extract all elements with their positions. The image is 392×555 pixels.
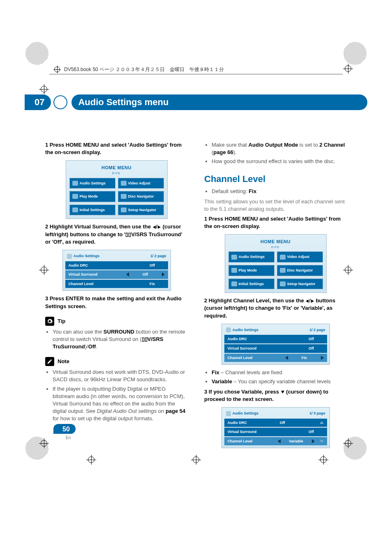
menu-sub: DVD <box>228 245 323 249</box>
bullet-audio-output: Make sure that Audio Output Mode is set … <box>212 141 347 156</box>
menu-play-mode[interactable]: Play Mode <box>228 265 274 276</box>
menu-audio-settings[interactable]: Audio Settings <box>69 178 115 189</box>
menu-video-adjust[interactable]: Video Adjust <box>277 251 323 263</box>
arrow-right-icon[interactable] <box>321 356 324 360</box>
menu-sub: DVD <box>69 171 164 175</box>
arrow-left-icon <box>306 299 309 303</box>
default-setting: Default setting: Fix <box>212 188 347 195</box>
menu-title: HOME MENU <box>261 239 291 244</box>
page-number: 50 <box>53 424 76 434</box>
row-audio-drc[interactable]: Audio DRCOff <box>65 261 168 270</box>
play-icon <box>72 194 78 199</box>
gear-icon <box>231 281 237 286</box>
row-audio-drc[interactable]: Audio DRCOff <box>224 335 327 343</box>
arrow-up-icon[interactable] <box>320 421 324 424</box>
audio-settings-panel-2: Audio Settings 1/ 2 page Audio DRCOff Vi… <box>221 324 330 365</box>
arrow-left-icon[interactable] <box>285 356 288 360</box>
speaker-icon <box>226 327 231 332</box>
pencil-icon <box>45 357 54 366</box>
video-icon <box>280 255 286 260</box>
row-channel-level[interactable]: Channel LevelFix <box>224 354 327 362</box>
top-rule <box>49 74 343 74</box>
right-step1: 1 Press HOME MENU and select 'Audio Sett… <box>204 215 347 230</box>
speaker-icon <box>226 411 231 416</box>
speaker-icon <box>231 255 237 260</box>
header-circle <box>53 95 67 109</box>
section-channel-level: Channel Level <box>204 173 347 186</box>
arrow-left-icon[interactable] <box>278 439 281 443</box>
home-menu-1: HOME MENU DVD Audio Settings Video Adjus… <box>66 160 168 219</box>
page-indicator: 1/ 2 page <box>150 253 166 259</box>
row-virtual-surround[interactable]: Virtual SurroundOff <box>224 428 327 436</box>
menu-title: HOME MENU <box>101 165 131 170</box>
left-column: 1 Press HOME MENU and select 'Audio Sett… <box>45 139 188 452</box>
row-virtual-surround[interactable]: Virtual SurroundOff <box>65 270 168 279</box>
menu-setup-navigator[interactable]: Setup Navigator <box>118 205 164 216</box>
arrow-left-icon[interactable] <box>126 272 129 276</box>
page-language: En <box>66 435 71 440</box>
row-channel-level[interactable]: Channel LevelFix <box>65 280 168 288</box>
audio-settings-panel-3: Audio Settings 1/ 3 page Audio DRCOff Vi… <box>221 407 330 448</box>
file-metadata: DV563.book 50 ページ ２００３年４月２５日 金曜日 午後８時１１分 <box>53 66 224 73</box>
gear-icon <box>72 207 78 212</box>
speaker-icon <box>67 254 72 259</box>
tip-heading: Tip <box>45 317 188 326</box>
menu-initial-settings[interactable]: Initial Settings <box>228 279 274 290</box>
menu-setup-navigator[interactable]: Setup Navigator <box>277 279 323 290</box>
arrow-down-icon[interactable] <box>320 440 324 443</box>
note-heading: Note <box>45 357 188 366</box>
page-indicator: 1/ 2 page <box>309 327 325 333</box>
speaker-icon <box>72 181 78 186</box>
chapter-title: Audio Settings menu <box>71 94 367 110</box>
note-label: Note <box>58 358 69 365</box>
note-item-2: If the player is outputting Dolby Digita… <box>53 385 188 423</box>
arrow-right-icon[interactable] <box>162 272 165 276</box>
menu-disc-navigator[interactable]: Disc Navigator <box>277 265 323 276</box>
page-indicator: 1/ 3 page <box>309 411 325 416</box>
menu-video-adjust[interactable]: Video Adjust <box>118 178 164 189</box>
arrow-right-icon <box>158 226 161 229</box>
chapter-header: 07 Audio Settings menu <box>25 94 367 110</box>
channel-level-intro: This setting allows you to set the level… <box>204 198 347 213</box>
menu-play-mode[interactable]: Play Mode <box>69 191 115 202</box>
row-channel-level[interactable]: Channel LevelVariable <box>224 437 327 446</box>
disc-icon <box>280 268 286 273</box>
right-step3: 3 If you chose Variable, press (cursor d… <box>204 388 347 403</box>
wizard-icon <box>121 207 127 212</box>
left-step2: 2 Highlight Virtual Surround, then use t… <box>45 223 188 246</box>
right-step2: 2 Highlight Channel Level, then use the … <box>204 297 347 320</box>
menu-initial-settings[interactable]: Initial Settings <box>69 205 115 216</box>
variable-description: Variable – You can specify variable chan… <box>212 378 347 385</box>
gear-icon <box>45 317 54 326</box>
video-icon <box>121 181 127 186</box>
note-item-1: Virtual Surround does not work with DTS,… <box>53 368 188 383</box>
left-step1: 1 Press HOME MENU and select 'Audio Sett… <box>45 141 188 156</box>
left-step3: 3 Press ENTER to make the setting and ex… <box>45 295 188 310</box>
tip-label: Tip <box>58 318 65 325</box>
menu-disc-navigator[interactable]: Disc Navigator <box>118 191 164 202</box>
audio-settings-panel-1: Audio Settings 1/ 2 page Audio DRCOff Vi… <box>62 250 171 291</box>
right-column: Make sure that Audio Output Mode is set … <box>204 139 347 452</box>
bullet-effect-varies: How good the surround effect is varies w… <box>212 158 347 165</box>
tip-item: You can also use the SURROUND button on … <box>53 328 188 351</box>
arrow-right-icon[interactable] <box>312 439 315 443</box>
fix-description: Fix – Channel levels are fixed <box>212 369 347 376</box>
disc-icon <box>121 194 127 199</box>
play-icon <box>231 268 237 273</box>
row-virtual-surround[interactable]: Virtual SurroundOff <box>224 344 327 353</box>
arrow-down-icon <box>281 391 284 394</box>
wizard-icon <box>280 281 286 286</box>
arrow-right-icon <box>311 299 314 303</box>
menu-audio-settings[interactable]: Audio Settings <box>228 251 274 263</box>
arrow-left-icon <box>153 226 156 229</box>
home-menu-2: HOME MENU DVD Audio Settings Video Adjus… <box>225 234 327 293</box>
file-meta-text: DV563.book 50 ページ ２００３年４月２５日 金曜日 午後８時１１分 <box>64 66 224 73</box>
row-audio-drc[interactable]: Audio DRCOff <box>224 419 327 427</box>
chapter-number: 07 <box>25 94 51 110</box>
